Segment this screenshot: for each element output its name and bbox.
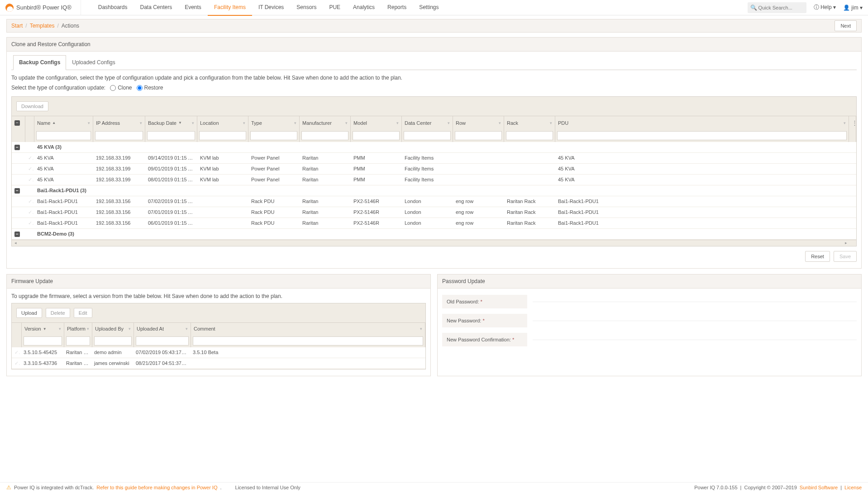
filter-version[interactable] bbox=[24, 336, 62, 345]
check-icon[interactable]: ✓ bbox=[25, 175, 34, 185]
collapse-all-icon[interactable]: − bbox=[14, 120, 20, 126]
filter-location[interactable] bbox=[199, 131, 246, 140]
download-button[interactable]: Download bbox=[16, 101, 48, 111]
col-manufacturer[interactable]: Manufacturer▾ bbox=[300, 116, 351, 129]
tab-backup-configs[interactable]: Backup Configs bbox=[13, 55, 66, 70]
delete-button[interactable]: Delete bbox=[46, 308, 70, 318]
radio-restore[interactable]: Restore bbox=[137, 85, 163, 91]
col-menu[interactable]: ⋮ bbox=[849, 116, 856, 129]
filter-dc[interactable] bbox=[404, 131, 451, 140]
nav-pue[interactable]: PUE bbox=[323, 0, 347, 16]
col-type[interactable]: Type▾ bbox=[248, 116, 300, 129]
help-menu[interactable]: ⓘ Help ▾ bbox=[814, 4, 836, 11]
chevron-down-icon[interactable]: ▾ bbox=[88, 121, 90, 125]
confirm-password-input[interactable] bbox=[533, 340, 857, 340]
grid-hscrollbar[interactable] bbox=[12, 240, 856, 246]
table-row[interactable]: ✓Bai1-Rack1-PDU1192.168.33.15606/01/2019… bbox=[12, 218, 856, 229]
check-icon[interactable]: ✓ bbox=[25, 207, 34, 218]
filter-row[interactable] bbox=[455, 131, 502, 140]
chevron-down-icon[interactable]: ▾ bbox=[294, 121, 296, 125]
nav-reports[interactable]: Reports bbox=[381, 0, 413, 16]
breadcrumb-templates[interactable]: Templates bbox=[30, 23, 55, 29]
table-row[interactable]: ✓3.5.10.5-45425Raritan Xerusdemo admin07… bbox=[12, 347, 425, 358]
check-icon[interactable]: ✓ bbox=[25, 218, 34, 228]
new-password-input[interactable] bbox=[533, 321, 857, 321]
next-button[interactable]: Next bbox=[835, 20, 857, 31]
nav-facility-items[interactable]: Facility Items bbox=[208, 0, 252, 16]
chevron-down-icon[interactable]: ▾ bbox=[129, 326, 131, 331]
check-icon[interactable]: ✓ bbox=[25, 164, 34, 174]
col-expand[interactable]: − bbox=[12, 116, 25, 129]
col-rack[interactable]: Rack▾ bbox=[504, 116, 555, 129]
filter-ip[interactable] bbox=[95, 131, 143, 140]
chevron-down-icon[interactable]: ▾ bbox=[420, 326, 422, 331]
chevron-down-icon[interactable]: ▾ bbox=[186, 326, 188, 331]
chevron-down-icon[interactable]: ▾ bbox=[550, 121, 552, 125]
filter-model[interactable] bbox=[353, 131, 400, 140]
chevron-down-icon[interactable]: ▾ bbox=[396, 121, 399, 125]
col-comment[interactable]: Comment▾ bbox=[191, 323, 425, 335]
group-row[interactable]: −BCM2-Demo (3) bbox=[12, 229, 856, 240]
chevron-down-icon[interactable]: ▾ bbox=[87, 326, 89, 331]
nav-dashboards[interactable]: Dashboards bbox=[92, 0, 134, 16]
col-row[interactable]: Row▾ bbox=[453, 116, 504, 129]
col-ip[interactable]: IP Address▾ bbox=[93, 116, 145, 129]
filter-name[interactable] bbox=[36, 131, 91, 140]
nav-events[interactable]: Events bbox=[178, 0, 208, 16]
upload-button[interactable]: Upload bbox=[16, 308, 42, 318]
collapse-icon[interactable]: − bbox=[14, 232, 20, 237]
table-row[interactable]: ✓Bai1-Rack1-PDU1192.168.33.15607/02/2019… bbox=[12, 196, 856, 207]
chevron-down-icon[interactable]: ▾ bbox=[59, 326, 61, 331]
table-row[interactable]: ✓3.3.10.5-43736Raritan Xerusjames cerwin… bbox=[12, 358, 425, 369]
col-location[interactable]: Location▾ bbox=[197, 116, 248, 129]
col-datacenter[interactable]: Data Center▾ bbox=[402, 116, 453, 129]
table-row[interactable]: ✓45 KVA192.168.33.19909/01/2019 01:15 AM… bbox=[12, 164, 856, 175]
group-row[interactable]: −Bai1-Rack1-PDU1 (3) bbox=[12, 185, 856, 196]
tab-uploaded-configs[interactable]: Uploaded Configs bbox=[66, 55, 121, 70]
nav-it-devices[interactable]: IT Devices bbox=[252, 0, 290, 16]
nav-data-centers[interactable]: Data Centers bbox=[134, 0, 178, 16]
check-icon[interactable]: ✓ bbox=[12, 358, 21, 369]
filter-date[interactable] bbox=[147, 131, 195, 140]
logo[interactable]: Sunbird® Power IQ® bbox=[5, 0, 81, 15]
collapse-icon[interactable]: − bbox=[14, 188, 20, 194]
old-password-input[interactable] bbox=[533, 302, 857, 302]
collapse-icon[interactable]: − bbox=[14, 145, 20, 150]
col-version[interactable]: Version▼▾ bbox=[22, 323, 64, 335]
filter-by[interactable] bbox=[94, 336, 132, 345]
chevron-down-icon[interactable]: ▾ bbox=[192, 121, 194, 125]
user-menu[interactable]: 👤 jim ▾ bbox=[843, 5, 863, 11]
filter-pdu[interactable] bbox=[557, 131, 847, 140]
reset-button[interactable]: Reset bbox=[805, 251, 830, 262]
col-uploaded-by[interactable]: Uploaded By▾ bbox=[92, 323, 134, 335]
radio-clone[interactable]: Clone bbox=[110, 85, 132, 91]
check-icon[interactable]: ✓ bbox=[25, 153, 34, 163]
check-icon[interactable]: ✓ bbox=[12, 347, 21, 358]
grid-body[interactable]: −45 KVA (3)✓45 KVA192.168.33.19909/14/20… bbox=[12, 142, 856, 240]
group-row[interactable]: −45 KVA (3) bbox=[12, 142, 856, 153]
col-pdu[interactable]: PDU▾ bbox=[555, 116, 849, 129]
filter-at[interactable] bbox=[136, 336, 189, 345]
firmware-grid-body[interactable]: ✓3.5.10.5-45425Raritan Xerusdemo admin07… bbox=[12, 347, 425, 369]
filter-platform[interactable] bbox=[66, 336, 90, 345]
filter-mfr[interactable] bbox=[301, 131, 348, 140]
edit-button[interactable]: Edit bbox=[74, 308, 92, 318]
chevron-down-icon[interactable]: ▾ bbox=[345, 121, 348, 125]
table-row[interactable]: ✓Bai1-Rack1-PDU1192.168.33.15607/01/2019… bbox=[12, 207, 856, 218]
nav-sensors[interactable]: Sensors bbox=[290, 0, 323, 16]
chevron-down-icon[interactable]: ▾ bbox=[448, 121, 450, 125]
chevron-down-icon[interactable]: ▾ bbox=[140, 121, 142, 125]
table-row[interactable]: ✓45 KVA192.168.33.19908/01/2019 01:15 AM… bbox=[12, 175, 856, 185]
chevron-down-icon[interactable]: ▾ bbox=[243, 121, 245, 125]
col-platform[interactable]: Platform▾ bbox=[64, 323, 92, 335]
filter-type[interactable] bbox=[250, 131, 297, 140]
chevron-down-icon[interactable]: ▾ bbox=[499, 121, 501, 125]
check-icon[interactable]: ✓ bbox=[25, 196, 34, 207]
nav-settings[interactable]: Settings bbox=[413, 0, 445, 16]
table-row[interactable]: ✓45 KVA192.168.33.19909/14/2019 01:15 AM… bbox=[12, 153, 856, 164]
save-button[interactable]: Save bbox=[834, 251, 857, 262]
col-backup-date[interactable]: Backup Date▼▾ bbox=[145, 116, 197, 129]
col-name[interactable]: Name▲▾ bbox=[34, 116, 93, 129]
col-uploaded-at[interactable]: Uploaded At▾ bbox=[134, 323, 191, 335]
breadcrumb-start[interactable]: Start bbox=[11, 23, 23, 29]
